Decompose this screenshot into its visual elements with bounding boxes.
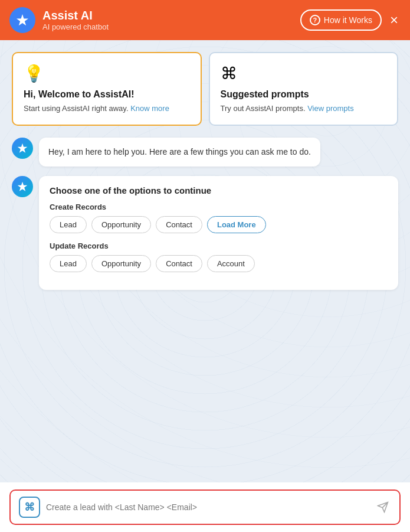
bulb-icon: 💡 [24, 64, 190, 83]
send-button[interactable] [375, 499, 391, 515]
load-more-pill[interactable]: Load More [207, 216, 266, 233]
bot-message-1-bubble: Hey, I am here to help you. Here are a f… [39, 138, 320, 167]
prompts-description: Try out AssistAI prompts. [221, 104, 306, 113]
header: Assist AI AI powered chatbot ? How it Wo… [0, 0, 410, 40]
bot-message-1-text: Hey, I am here to help you. Here are a f… [48, 146, 311, 158]
welcome-card: 💡 Hi, Welcome to AssistAI! Start using A… [12, 52, 202, 126]
close-button[interactable]: × [388, 13, 401, 27]
chat-input[interactable] [46, 502, 369, 512]
cards-row: 💡 Hi, Welcome to AssistAI! Start using A… [12, 52, 398, 126]
welcome-text: Start using AssistAI right away. Know mo… [24, 103, 190, 114]
question-icon: ? [310, 15, 320, 25]
update-records-label: Update Records [50, 241, 388, 250]
create-lead-pill[interactable]: Lead [50, 216, 87, 233]
options-title: Choose one of the options to continue [50, 185, 388, 195]
options-bubble: Choose one of the options to continue Cr… [39, 176, 398, 290]
bot-avatar-2 [12, 176, 33, 197]
footer: ⌘ [0, 482, 410, 532]
bot-sparkle-icon-1 [17, 142, 28, 154]
bot-message-2-row: Choose one of the options to continue Cr… [12, 176, 398, 290]
app-info: Assist AI AI powered chatbot [42, 9, 109, 31]
create-pills-row: Lead Opportunity Contact Load More [50, 216, 388, 233]
cmd-icon-box: ⌘ [19, 497, 40, 518]
create-records-label: Create Records [50, 203, 388, 211]
sparkle-icon [15, 13, 29, 27]
update-pills-row: Lead Opportunity Contact Account [50, 255, 388, 272]
update-lead-pill[interactable]: Lead [50, 255, 87, 272]
app-title: Assist AI [42, 9, 109, 22]
welcome-description: Start using AssistAI right away. [24, 104, 129, 113]
cmd-symbol-icon: ⌘ [24, 501, 35, 514]
update-account-pill[interactable]: Account [207, 255, 255, 272]
prompts-text: Try out AssistAI prompts. View prompts [221, 103, 387, 114]
how-it-works-label: How it Works [324, 15, 372, 25]
know-more-link[interactable]: Know more [130, 104, 169, 113]
update-opportunity-pill[interactable]: Opportunity [91, 255, 151, 272]
send-icon [377, 501, 389, 513]
main-content: 💡 Hi, Welcome to AssistAI! Start using A… [0, 40, 410, 482]
view-prompts-link[interactable]: View prompts [307, 104, 354, 113]
update-contact-pill[interactable]: Contact [156, 255, 202, 272]
bot-sparkle-icon-2 [17, 181, 28, 192]
bot-avatar-1 [12, 138, 33, 159]
bot-message-1-row: Hey, I am here to help you. Here are a f… [12, 138, 398, 167]
header-right: ? How it Works × [300, 9, 401, 31]
header-left: Assist AI AI powered chatbot [9, 7, 109, 33]
app-subtitle: AI powered chatbot [42, 22, 109, 31]
chat-container: Assist AI AI powered chatbot ? How it Wo… [0, 0, 410, 532]
prompts-title: Suggested prompts [221, 89, 387, 100]
app-icon [9, 7, 35, 33]
create-opportunity-pill[interactable]: Opportunity [91, 216, 151, 233]
input-wrapper: ⌘ [9, 489, 401, 525]
prompts-card: ⌘ Suggested prompts Try out AssistAI pro… [209, 52, 399, 126]
cmd-card-icon: ⌘ [221, 64, 387, 83]
welcome-title: Hi, Welcome to AssistAI! [24, 89, 190, 100]
create-contact-pill[interactable]: Contact [156, 216, 202, 233]
how-it-works-button[interactable]: ? How it Works [300, 9, 382, 31]
